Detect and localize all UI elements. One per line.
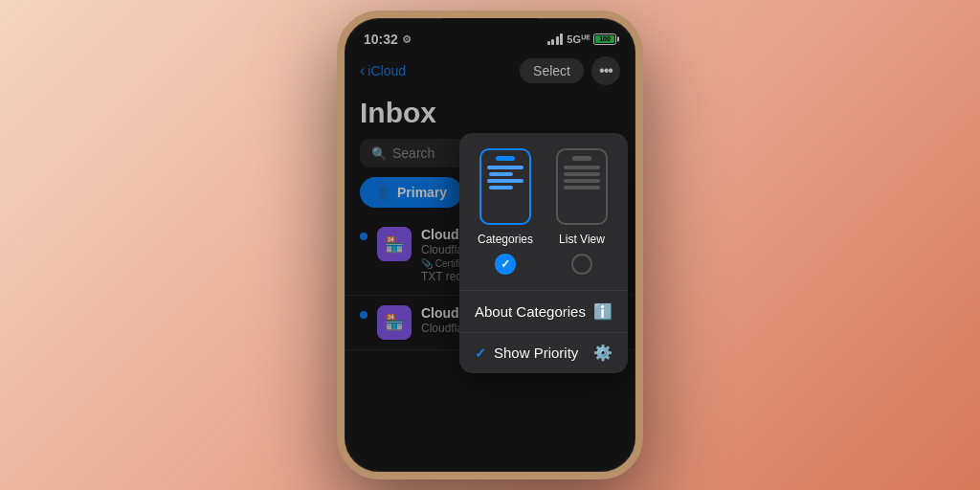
list-line-3	[564, 179, 600, 183]
view-options-row: Categories List View	[459, 133, 628, 290]
categories-line-1	[487, 166, 523, 169]
categories-line-3	[487, 179, 523, 183]
list-line-4	[564, 186, 600, 189]
show-priority-left: ✓ Show Priority	[475, 345, 578, 361]
list-line-2	[564, 172, 600, 176]
location-dot	[486, 30, 494, 37]
categories-label: Categories	[478, 233, 533, 246]
dropdown-menu: Categories List View About Categori	[459, 133, 628, 373]
show-priority-item[interactable]: ✓ Show Priority ⚙️	[459, 332, 628, 373]
categories-notch	[496, 156, 515, 161]
list-view-label: List View	[559, 233, 605, 246]
show-priority-label: Show Priority	[494, 345, 578, 361]
info-icon: ℹ️	[593, 302, 612, 321]
list-view-radio[interactable]	[571, 254, 592, 275]
phone-frame: 10:32 ⚙ 5Gᵁᴱ 100 ‹ iCloud Se	[337, 11, 643, 479]
about-categories-item[interactable]: About Categories ℹ️	[459, 291, 628, 332]
list-notch	[572, 156, 591, 161]
view-option-list[interactable]: List View	[551, 148, 612, 275]
gear-icon: ⚙️	[593, 344, 612, 362]
about-categories-left: About Categories	[475, 303, 586, 320]
checkmark-icon: ✓	[475, 345, 486, 361]
view-option-categories[interactable]: Categories	[475, 148, 536, 275]
list-line-1	[564, 166, 600, 169]
categories-line-4	[489, 186, 513, 189]
list-view-icon	[556, 148, 608, 225]
categories-line-2	[489, 172, 513, 176]
categories-icon	[479, 148, 531, 225]
categories-radio[interactable]	[495, 254, 516, 275]
about-categories-label: About Categories	[475, 303, 586, 320]
